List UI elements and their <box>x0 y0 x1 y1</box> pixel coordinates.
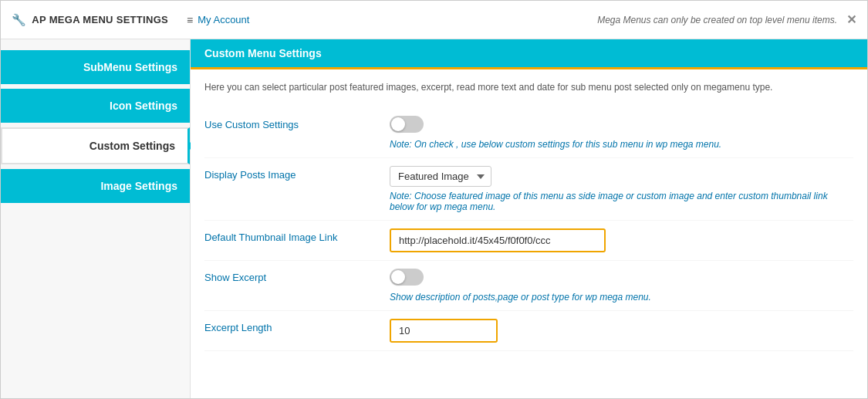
app-title-text: AP MEGA MENU SETTINGS <box>32 14 168 25</box>
label-display-posts-image: Display Posts Image <box>204 166 374 181</box>
toggle-thumb-show-excerpt <box>391 270 405 284</box>
toggle-use-custom-settings[interactable] <box>390 116 424 133</box>
row-use-custom-settings: Use Custom Settings Note: On check , use… <box>204 108 853 158</box>
select-display-posts-image[interactable]: Featured Image Custom Image None <box>390 166 491 187</box>
control-use-custom-settings: Note: On check , use below custom settin… <box>390 116 853 150</box>
section-description: Here you can select particular post feat… <box>204 80 853 94</box>
menu-lines-icon: ≡ <box>187 14 193 26</box>
note-display-posts-image: Note: Choose featured image of this menu… <box>390 191 853 212</box>
nav-my-account-label: My Account <box>198 14 249 25</box>
app-title: 🔧 AP MEGA MENU SETTINGS <box>12 13 168 27</box>
row-display-posts-image: Display Posts Image Featured Image Custo… <box>204 158 853 221</box>
input-default-thumbnail[interactable] <box>390 228 606 252</box>
label-default-thumbnail: Default Thumbnail Image Link <box>204 228 374 243</box>
label-use-custom-settings: Use Custom Settings <box>204 116 374 130</box>
content-area: Custom Menu Settings Here you can select… <box>190 39 867 398</box>
label-show-excerpt: Show Excerpt <box>204 269 374 283</box>
nav-my-account[interactable]: ≡ My Account <box>187 14 249 26</box>
topbar-notice: Mega Menus can only be created on top le… <box>597 15 837 25</box>
row-default-thumbnail: Default Thumbnail Image Link <box>204 221 853 261</box>
toggle-thumb-use-custom <box>391 117 405 131</box>
input-excerpt-length[interactable] <box>390 319 498 343</box>
sidebar-item-image-settings[interactable]: Image Settings <box>1 169 190 203</box>
main-layout: SubMenu Settings Icon Settings Custom Se… <box>1 39 867 398</box>
toggle-show-excerpt[interactable] <box>390 269 424 286</box>
row-show-excerpt: Show Excerpt Show description of posts,p… <box>204 261 853 311</box>
sidebar: SubMenu Settings Icon Settings Custom Se… <box>1 39 190 398</box>
toggle-track-show-excerpt <box>390 269 424 286</box>
content-header: Custom Menu Settings <box>191 39 867 69</box>
topbar-left: 🔧 AP MEGA MENU SETTINGS ≡ My Account <box>12 13 249 27</box>
note-use-custom-settings: Note: On check , use below custom settin… <box>390 139 853 150</box>
app-window: 🔧 AP MEGA MENU SETTINGS ≡ My Account Meg… <box>0 0 868 399</box>
sidebar-item-icon-settings[interactable]: Icon Settings <box>1 89 190 123</box>
sidebar-item-submenu-settings[interactable]: SubMenu Settings <box>1 50 190 84</box>
topbar-right: Mega Menus can only be created on top le… <box>597 14 856 26</box>
control-default-thumbnail <box>390 228 853 252</box>
control-show-excerpt: Show description of posts,page or post t… <box>390 269 853 303</box>
close-button[interactable]: ✕ <box>846 14 856 26</box>
toggle-track-use-custom <box>390 116 424 133</box>
row-excerpt-length: Excerpt Length <box>204 311 853 351</box>
sidebar-item-custom-settings[interactable]: Custom Settings <box>1 127 190 164</box>
content-body: Here you can select particular post feat… <box>191 69 867 398</box>
topbar: 🔧 AP MEGA MENU SETTINGS ≡ My Account Meg… <box>1 1 867 39</box>
note-show-excerpt: Show description of posts,page or post t… <box>390 292 853 303</box>
control-display-posts-image: Featured Image Custom Image None Note: C… <box>390 166 853 212</box>
control-excerpt-length <box>390 319 853 343</box>
wrench-icon: 🔧 <box>12 13 26 27</box>
label-excerpt-length: Excerpt Length <box>204 319 374 333</box>
